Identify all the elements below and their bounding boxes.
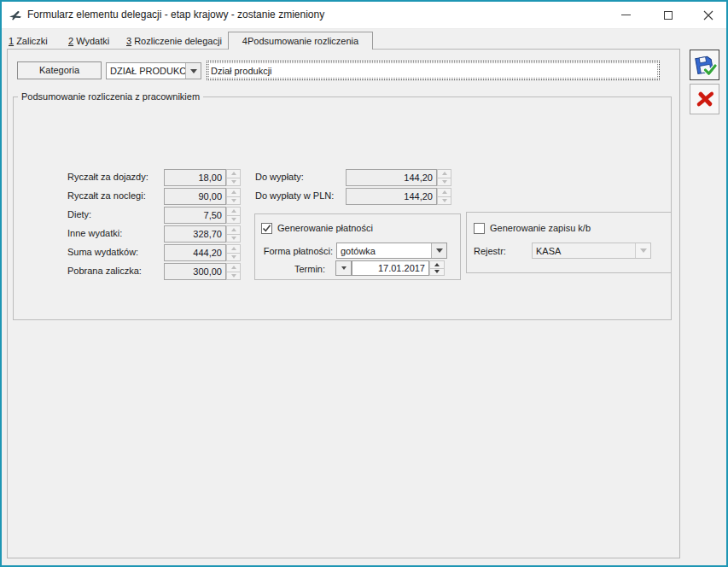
chevron-down-icon	[190, 69, 197, 73]
diety-label: Diety:	[67, 209, 91, 219]
maximize-icon	[664, 11, 673, 20]
spin-down-button	[226, 216, 241, 225]
diety-spinner	[226, 207, 241, 224]
spin-down-button[interactable]	[429, 269, 445, 277]
spin-down-icon	[231, 218, 236, 221]
spin-up-button	[226, 188, 241, 197]
checkmark-icon	[262, 224, 271, 233]
generowanie-platnosci-label: Generowanie płatności	[277, 223, 373, 233]
inne-wydatki-spinner	[226, 225, 241, 243]
spin-up-button	[437, 169, 451, 178]
pobrana-zaliczka-field: 300,00	[164, 263, 226, 280]
spin-down-button	[437, 197, 451, 206]
spin-up-icon	[442, 172, 447, 175]
kategoria-combo[interactable]: DZIAŁ PRODUKCJI	[106, 62, 201, 79]
maximize-button[interactable]	[654, 2, 683, 28]
spin-down-icon	[231, 274, 236, 278]
suma-wydatkow-field: 444,20	[164, 244, 226, 261]
spin-down-icon	[231, 237, 236, 240]
termin-spinner[interactable]	[429, 260, 445, 276]
kb-groupbox: Generowanie zapisu k/b Rejestr: KASA	[466, 212, 672, 273]
spin-up-icon	[231, 228, 236, 231]
title-bar: Formularz elementu delegacji - etap kraj…	[2, 2, 726, 29]
spin-down-icon	[434, 270, 440, 273]
generowanie-zapisu-kb-label: Generowanie zapisu k/b	[490, 223, 591, 233]
spin-down-button	[226, 178, 241, 187]
save-button[interactable]	[690, 50, 719, 80]
do-wyplaty-pln-field: 144,20	[346, 188, 437, 205]
spin-down-icon	[442, 180, 447, 184]
ryczalt-noclegi-field: 90,00	[164, 188, 226, 205]
spin-down-icon	[231, 199, 236, 202]
suma-wydatkow-spinner	[226, 244, 241, 261]
forma-platnosci-combo[interactable]: gotówka	[336, 243, 447, 259]
do-wyplaty-field: 144,20	[346, 169, 437, 186]
ryczalt-dojazdy-label: Ryczałt za dojazdy:	[67, 172, 149, 182]
tab-zaliczki[interactable]: 1Zaliczki	[9, 33, 48, 49]
chevron-down-icon	[341, 266, 347, 270]
spin-up-button	[226, 207, 241, 216]
spin-up-button	[437, 188, 451, 197]
do-wyplaty-pln-spinner	[437, 188, 451, 205]
tab-rozliczenie-delegacji[interactable]: 3Rozliczenie delegacji	[126, 33, 222, 49]
kategoria-button[interactable]: Kategoria	[17, 61, 102, 79]
forma-platnosci-value: gotówka	[341, 246, 376, 256]
dropdown-button[interactable]	[185, 63, 201, 79]
minimize-icon	[621, 15, 631, 15]
tab-podsumowanie-rozliczenia[interactable]: 4Podsumowanie rozliczenia	[228, 32, 373, 50]
spin-down-icon	[442, 199, 447, 202]
ryczalt-noclegi-label: Ryczałt za noclegi:	[67, 190, 146, 201]
spin-up-icon	[231, 209, 236, 213]
dropdown-button[interactable]	[431, 243, 446, 258]
do-wyplaty-pln-label: Do wypłaty w PLN:	[255, 190, 334, 201]
generowanie-zapisu-kb-checkbox[interactable]	[474, 223, 485, 234]
spin-up-icon	[231, 247, 236, 250]
minimize-button[interactable]	[611, 2, 640, 28]
airplane-icon	[9, 9, 23, 22]
rejestr-label: Rejestr:	[474, 246, 506, 256]
termin-date-field[interactable]: 17.01.2017	[352, 260, 429, 276]
diety-field: 7,50	[164, 207, 226, 224]
spin-down-button	[226, 235, 241, 243]
spin-down-button	[226, 254, 241, 262]
spin-up-icon	[231, 172, 236, 175]
ryczalt-dojazdy-spinner	[226, 169, 241, 186]
pobrana-zaliczka-spinner	[226, 263, 241, 280]
ryczalt-dojazdy-field: 18,00	[164, 169, 226, 186]
spin-up-button[interactable]	[429, 260, 445, 269]
spin-up-icon	[231, 190, 236, 194]
dropdown-button	[635, 243, 650, 258]
termin-label: Termin:	[258, 264, 325, 274]
spin-down-icon	[231, 255, 236, 259]
cancel-x-icon	[692, 86, 718, 112]
spin-up-icon	[434, 263, 440, 266]
inne-wydatki-label: Inne wydatki:	[67, 228, 122, 238]
close-icon	[703, 10, 713, 20]
tab-page-panel: Kategoria DZIAŁ PRODUKCJI Podsumowanie r…	[7, 49, 680, 558]
window-title: Formularz elementu delegacji - etap kraj…	[27, 2, 324, 28]
generowanie-platnosci-checkbox[interactable]	[261, 223, 272, 234]
spin-down-button	[437, 178, 451, 187]
do-wyplaty-label: Do wypłaty:	[255, 172, 304, 182]
spin-up-icon	[231, 266, 236, 269]
spin-up-icon	[442, 190, 447, 194]
ryczalt-noclegi-spinner	[226, 188, 241, 205]
termin-calendar-dropdown-button[interactable]	[335, 260, 352, 276]
do-wyplaty-spinner	[437, 169, 451, 186]
rejestr-combo: KASA	[532, 243, 651, 259]
chevron-down-icon	[436, 248, 443, 253]
spin-up-button	[226, 263, 241, 272]
dialog-window: Formularz elementu delegacji - etap kraj…	[0, 0, 728, 567]
suma-wydatkow-label: Suma wydatków:	[67, 247, 138, 257]
cancel-button[interactable]	[690, 84, 719, 114]
forma-platnosci-label: Forma płatności:	[258, 246, 333, 256]
spin-down-icon	[231, 180, 236, 184]
kategoria-description-input[interactable]	[207, 61, 660, 80]
payment-groupbox: Generowanie płatności Forma płatności: g…	[254, 213, 461, 280]
tab-wydatki[interactable]: 2Wydatki	[68, 33, 109, 49]
kategoria-combo-value: DZIAŁ PRODUKCJI	[110, 66, 194, 76]
close-button[interactable]	[694, 2, 723, 28]
spin-up-button	[226, 169, 241, 178]
inne-wydatki-field: 328,70	[164, 225, 226, 243]
rejestr-value: KASA	[536, 246, 561, 256]
